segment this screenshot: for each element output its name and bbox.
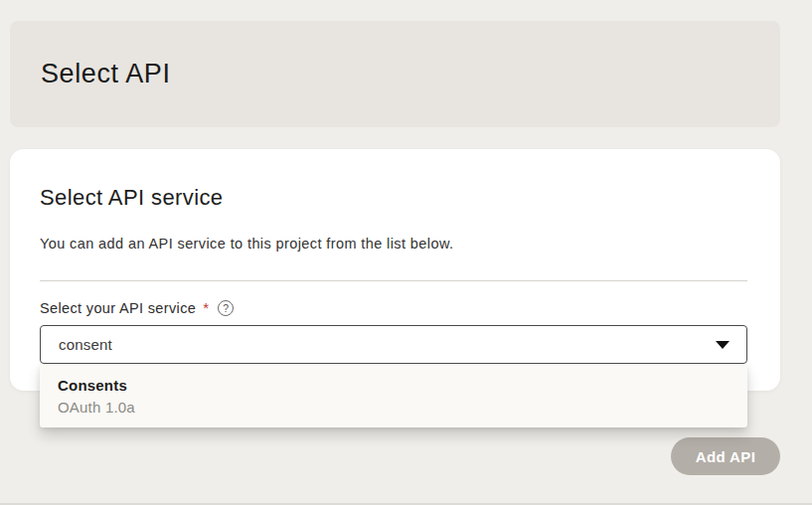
page-header-banner: Select API bbox=[10, 21, 780, 127]
dropdown-option-consents[interactable]: Consents OAuth 1.0a bbox=[40, 364, 747, 427]
page-title: Select API bbox=[41, 59, 171, 89]
card-description: You can add an API service to this proje… bbox=[40, 236, 453, 252]
api-service-dropdown-panel: Consents OAuth 1.0a bbox=[40, 364, 747, 427]
api-service-search-input[interactable] bbox=[41, 326, 716, 363]
api-service-combobox[interactable] bbox=[40, 325, 747, 364]
api-service-label: Select your API service bbox=[40, 300, 196, 316]
api-service-label-row: Select your API service * ? bbox=[40, 299, 234, 316]
card-heading: Select API service bbox=[40, 185, 224, 211]
chevron-down-icon[interactable] bbox=[716, 341, 730, 349]
option-subtitle: OAuth 1.0a bbox=[58, 397, 730, 419]
help-icon[interactable]: ? bbox=[218, 300, 234, 316]
section-divider bbox=[40, 280, 747, 281]
add-api-button[interactable]: Add API bbox=[671, 437, 780, 475]
option-title: Consents bbox=[58, 375, 730, 397]
required-asterisk: * bbox=[203, 299, 209, 316]
select-api-page: Select API Select API service You can ad… bbox=[0, 0, 812, 505]
